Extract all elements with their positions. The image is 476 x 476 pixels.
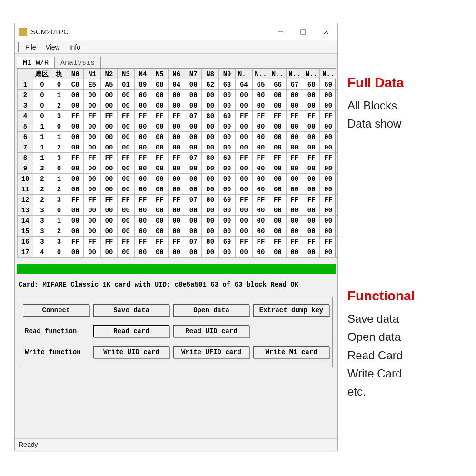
grid-cell[interactable]: 00 (67, 226, 83, 237)
grid-cell[interactable]: FF (84, 111, 100, 121)
grid-cell[interactable]: 2 (33, 174, 51, 184)
grid-cell[interactable]: 00 (84, 142, 100, 153)
extract-dump-key-button[interactable]: Extract dump key (253, 304, 329, 317)
grid-cell[interactable]: 00 (286, 216, 303, 226)
grid-cell[interactable]: FF (168, 153, 185, 163)
save-data-button[interactable]: Save data (93, 304, 169, 317)
grid-cell[interactable]: 00 (236, 226, 252, 237)
grid-cell[interactable]: 00 (218, 132, 235, 142)
col-sector[interactable]: 扇区 (33, 69, 51, 79)
grid-cell[interactable]: 07 (185, 237, 201, 247)
tab-analysis[interactable]: Analysis (54, 57, 101, 68)
grid-cell[interactable]: FF (134, 153, 151, 163)
grid-cell[interactable]: 00 (134, 226, 151, 237)
grid-cell[interactable]: FF (168, 195, 185, 205)
grid-cell[interactable]: 00 (151, 163, 168, 174)
grid-cell[interactable]: 0 (51, 163, 67, 174)
grid-cell[interactable]: 00 (202, 226, 218, 237)
table-row[interactable]: 813FFFFFFFFFFFFFF078069FFFFFFFFFFFF (18, 153, 337, 163)
grid-cell[interactable]: 00 (320, 132, 337, 142)
grid-cell[interactable]: FF (252, 111, 269, 121)
grid-cell[interactable]: 00 (320, 247, 337, 258)
grid-cell[interactable]: 00 (252, 226, 269, 237)
read-card-button[interactable]: Read card (93, 325, 169, 337)
grid-cell[interactable]: 00 (303, 216, 320, 226)
col-n0[interactable]: N0 (67, 69, 83, 79)
grid-cell[interactable]: 00 (303, 90, 320, 100)
grid-cell[interactable]: 00 (236, 121, 252, 132)
grid-cell[interactable]: 08 (151, 79, 168, 90)
grid-cell[interactable]: 00 (168, 132, 185, 142)
grid-cell[interactable]: FF (320, 111, 337, 121)
read-uid-card-button[interactable]: Read UID card (173, 325, 249, 337)
grid-cell[interactable]: 00 (303, 132, 320, 142)
grid-cell[interactable]: FF (118, 153, 134, 163)
col-n6[interactable]: N6 (168, 69, 185, 79)
grid-cell[interactable]: 00 (303, 163, 320, 174)
grid-cell[interactable]: 07 (185, 195, 201, 205)
grid-cell[interactable]: 00 (202, 247, 218, 258)
grid-cell[interactable]: 00 (236, 174, 252, 184)
grid-cell[interactable]: 00 (67, 216, 83, 226)
grid-cell[interactable]: 00 (320, 90, 337, 100)
grid-cell[interactable]: 00 (286, 174, 303, 184)
grid-cell[interactable]: 00 (218, 90, 235, 100)
grid-cell[interactable]: 00 (168, 226, 185, 237)
table-row[interactable]: 143100000000000000000000000000000000 (18, 216, 337, 226)
grid-cell[interactable]: 00 (134, 121, 151, 132)
connect-button[interactable]: Connect (23, 304, 89, 317)
grid-cell[interactable]: 00 (218, 142, 235, 153)
row-header[interactable]: 4 (18, 111, 33, 121)
grid-cell[interactable]: FF (286, 111, 303, 121)
grid-cell[interactable]: 2 (51, 226, 67, 237)
grid-cell[interactable]: 00 (84, 205, 100, 216)
grid-cell[interactable]: 00 (100, 174, 117, 184)
grid-cell[interactable]: 3 (51, 111, 67, 121)
grid-cell[interactable]: 00 (320, 142, 337, 153)
grid-cell[interactable]: 00 (252, 174, 269, 184)
grid-cell[interactable]: 2 (33, 163, 51, 174)
grid-cell[interactable]: FF (134, 111, 151, 121)
grid-cell[interactable]: 00 (134, 205, 151, 216)
grid-cell[interactable]: 00 (320, 100, 337, 111)
table-row[interactable]: 61100000000000000000000000000000000 (18, 132, 337, 142)
grid-cell[interactable]: 00 (118, 121, 134, 132)
grid-cell[interactable]: 00 (151, 205, 168, 216)
grid-cell[interactable]: 00 (100, 247, 117, 258)
grid-cell[interactable]: 00 (67, 132, 83, 142)
open-data-button[interactable]: Open data (173, 304, 249, 317)
tab-m1-wr[interactable]: M1 W/R (17, 57, 55, 68)
grid-cell[interactable]: FF (118, 195, 134, 205)
grid-cell[interactable]: 00 (185, 174, 201, 184)
grid-cell[interactable]: 00 (320, 216, 337, 226)
grid-cell[interactable]: 00 (67, 100, 83, 111)
grid-cell[interactable]: 80 (202, 237, 218, 247)
menu-view[interactable]: View (41, 42, 65, 52)
grid-cell[interactable]: 00 (185, 184, 201, 195)
grid-cell[interactable]: 1 (33, 153, 51, 163)
grid-cell[interactable]: 00 (286, 163, 303, 174)
grid-cell[interactable]: 00 (151, 100, 168, 111)
grid-cell[interactable]: FF (236, 195, 252, 205)
write-uid-card-button[interactable]: Write UID card (93, 346, 169, 358)
col-n7[interactable]: N7 (185, 69, 201, 79)
grid-cell[interactable]: C8 (67, 79, 83, 90)
grid-cell[interactable]: 00 (269, 205, 286, 216)
grid-cell[interactable]: 00 (286, 100, 303, 111)
grid-cell[interactable]: 00 (202, 184, 218, 195)
col-n1[interactable]: N1 (84, 69, 100, 79)
grid-cell[interactable]: 00 (168, 247, 185, 258)
grid-cell[interactable]: 00 (303, 226, 320, 237)
grid-cell[interactable]: 2 (51, 100, 67, 111)
grid-cell[interactable]: 2 (33, 195, 51, 205)
col-n4[interactable]: N4 (134, 69, 151, 79)
grid-cell[interactable]: 00 (303, 205, 320, 216)
grid-cell[interactable]: FF (303, 195, 320, 205)
grid-cell[interactable]: 67 (286, 79, 303, 90)
grid-cell[interactable]: 00 (84, 163, 100, 174)
grid-cell[interactable]: FF (151, 237, 168, 247)
grid-cell[interactable]: 00 (100, 226, 117, 237)
grid-cell[interactable]: FF (84, 237, 100, 247)
grid-cell[interactable]: 0 (33, 111, 51, 121)
grid-cell[interactable]: 04 (168, 79, 185, 90)
